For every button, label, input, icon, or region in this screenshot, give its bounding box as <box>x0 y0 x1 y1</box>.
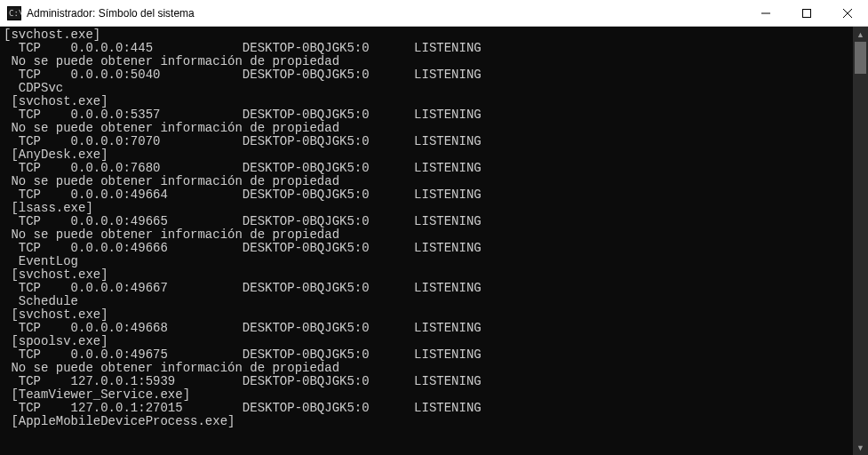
console-line: No se puede obtener información de propi… <box>4 228 853 242</box>
minimize-button[interactable] <box>745 0 786 26</box>
console-line: [TeamViewer_Service.exe] <box>4 388 853 402</box>
window-controls <box>745 0 868 26</box>
maximize-button[interactable] <box>786 0 827 26</box>
console-line: TCP 127.0.0.1:5939 DESKTOP-0BQJGK5:0 LIS… <box>4 375 853 388</box>
console-line: CDPSvc <box>4 82 853 95</box>
svg-rect-3 <box>803 9 811 17</box>
console-line: TCP 0.0.0.0:49668 DESKTOP-0BQJGK5:0 LIST… <box>4 322 853 335</box>
console-line: [svchost.exe] <box>4 95 853 108</box>
console-line: TCP 127.0.0.1:27015 DESKTOP-0BQJGK5:0 LI… <box>4 402 853 415</box>
console-line: TCP 0.0.0.0:5357 DESKTOP-0BQJGK5:0 LISTE… <box>4 108 853 122</box>
console-line: TCP 0.0.0.0:7070 DESKTOP-0BQJGK5:0 LISTE… <box>4 135 853 148</box>
console-line: No se puede obtener información de propi… <box>4 55 853 68</box>
console-line: [AppleMobileDeviceProcess.exe] <box>4 415 853 428</box>
console-line: No se puede obtener información de propi… <box>4 362 853 375</box>
console-line: [svchost.exe] <box>4 308 853 322</box>
close-button[interactable] <box>827 0 868 26</box>
console-line: [spoolsv.exe] <box>4 335 853 348</box>
titlebar[interactable]: C:\ Administrador: Símbolo del sistema <box>0 0 868 27</box>
console-line: TCP 0.0.0.0:445 DESKTOP-0BQJGK5:0 LISTEN… <box>4 42 853 55</box>
scroll-down-arrow[interactable]: ▼ <box>853 440 868 455</box>
console-line: [lsass.exe] <box>4 202 853 215</box>
scroll-thumb[interactable] <box>855 42 866 74</box>
scroll-up-arrow[interactable]: ▲ <box>853 27 868 42</box>
console-line: [AnyDesk.exe] <box>4 148 853 162</box>
svg-text:C:\: C:\ <box>9 9 21 18</box>
console-line: EventLog <box>4 255 853 268</box>
console-line: TCP 0.0.0.0:49664 DESKTOP-0BQJGK5:0 LIST… <box>4 188 853 202</box>
console-line: [svchost.exe] <box>4 28 853 42</box>
console-line: TCP 0.0.0.0:49666 DESKTOP-0BQJGK5:0 LIST… <box>4 242 853 255</box>
console-line: TCP 0.0.0.0:49675 DESKTOP-0BQJGK5:0 LIST… <box>4 348 853 362</box>
console-line: TCP 0.0.0.0:49665 DESKTOP-0BQJGK5:0 LIST… <box>4 215 853 228</box>
console-output[interactable]: [svchost.exe] TCP 0.0.0.0:445 DESKTOP-0B… <box>0 27 853 455</box>
console-line: TCP 0.0.0.0:49667 DESKTOP-0BQJGK5:0 LIST… <box>4 282 853 295</box>
console-line: TCP 0.0.0.0:7680 DESKTOP-0BQJGK5:0 LISTE… <box>4 162 853 175</box>
console-line: [svchost.exe] <box>4 268 853 282</box>
console-line: No se puede obtener información de propi… <box>4 122 853 135</box>
console-line: Schedule <box>4 295 853 308</box>
window-title: Administrador: Símbolo del sistema <box>27 7 745 20</box>
scrollbar[interactable]: ▲ ▼ <box>853 27 868 455</box>
console-line: No se puede obtener información de propi… <box>4 175 853 188</box>
console-line: TCP 0.0.0.0:5040 DESKTOP-0BQJGK5:0 LISTE… <box>4 68 853 82</box>
console-area: [svchost.exe] TCP 0.0.0.0:445 DESKTOP-0B… <box>0 27 868 455</box>
cmd-icon: C:\ <box>7 6 21 20</box>
